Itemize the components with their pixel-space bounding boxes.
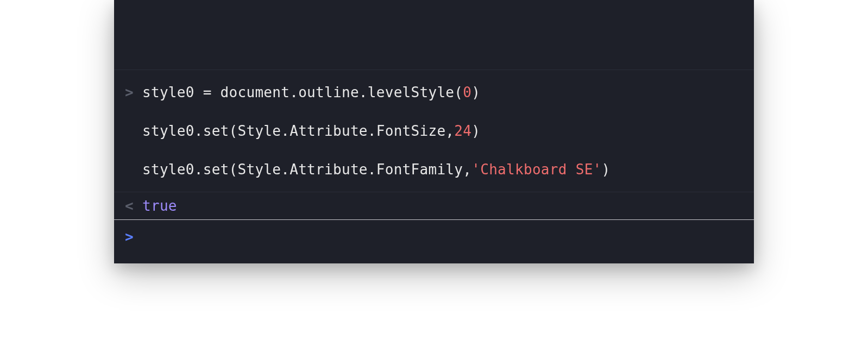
code-token: ) [602, 161, 611, 178]
code-token: style0.set(Style.Attribute.FontFamily, [142, 161, 471, 178]
code-token: style0.set(Style.Attribute.FontSize, [142, 123, 454, 139]
console-input[interactable] [141, 229, 743, 245]
code-text: style0 = document.outline.levelStyle(0) [142, 80, 480, 105]
code-line: style0.set(Style.Attribute.FontSize,24) [114, 112, 754, 150]
output-entry: < true [114, 192, 754, 219]
input-prompt-icon: > [125, 80, 135, 105]
code-token: style0 = document.outline.levelStyle( [142, 84, 463, 100]
code-token: ) [471, 84, 480, 100]
active-input-row[interactable]: > [114, 219, 754, 263]
code-text: style0.set(Style.Attribute.FontFamily,'C… [142, 157, 611, 182]
code-token-number: 24 [454, 123, 471, 139]
code-line: > style0 = document.outline.levelStyle(0… [114, 70, 754, 112]
code-text: style0.set(Style.Attribute.FontSize,24) [142, 118, 480, 144]
history-entry: > style0 = document.outline.levelStyle(0… [114, 70, 754, 192]
output-value: true [142, 198, 177, 214]
console-panel: > style0 = document.outline.levelStyle(0… [114, 0, 754, 263]
console-top-space [114, 0, 754, 70]
output-prompt-icon: < [125, 198, 135, 214]
code-token: ) [471, 123, 480, 139]
code-token-number: 0 [463, 84, 471, 100]
code-line: style0.set(Style.Attribute.FontFamily,'C… [114, 150, 754, 192]
code-token-string: 'Chalkboard SE' [471, 161, 601, 178]
active-prompt-icon: > [125, 229, 134, 245]
